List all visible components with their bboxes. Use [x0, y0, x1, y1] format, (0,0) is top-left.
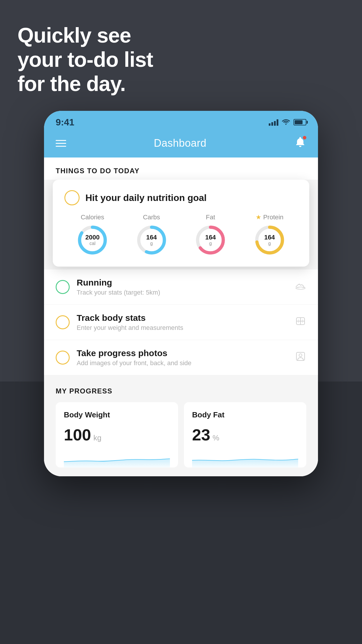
photos-text-group: Take progress photos Add images of your … [77, 348, 295, 367]
svg-point-15 [299, 354, 302, 357]
hero-text: Quickly see your to-do list for the day. [17, 23, 153, 96]
body-weight-card[interactable]: Body Weight 100 kg [56, 402, 178, 468]
fat-value: 164 [205, 234, 216, 241]
body-fat-value: 23 [192, 425, 210, 444]
body-weight-unit: kg [93, 433, 101, 442]
hero-line-2: your to-do list [17, 48, 153, 72]
notification-bell-button[interactable] [294, 136, 306, 151]
body-fat-title: Body Fat [192, 410, 298, 419]
signal-icon [269, 119, 278, 126]
nutrition-card-header: Hit your daily nutrition goal [64, 190, 298, 205]
fat-stat: Fat 164 g [194, 214, 226, 256]
calories-unit: cal [85, 241, 100, 246]
star-icon: ★ [256, 214, 261, 221]
body-weight-title: Body Weight [64, 410, 170, 419]
battery-icon [294, 119, 306, 125]
fat-label: Fat [206, 214, 215, 221]
scale-icon [295, 315, 306, 330]
carbs-label: Carbs [143, 214, 160, 221]
running-check-circle [56, 280, 70, 294]
progress-cards: Body Weight 100 kg [56, 402, 306, 468]
body-fat-card[interactable]: Body Fat 23 % [184, 402, 306, 468]
carbs-stat: Carbs 164 g [136, 214, 168, 256]
nutrition-title: Hit your daily nutrition goal [85, 192, 207, 203]
shoe-icon [295, 280, 306, 294]
nutrition-check-circle [64, 190, 80, 205]
running-subtitle: Track your stats (target: 5km) [77, 289, 295, 296]
body-fat-unit: % [212, 433, 219, 442]
notification-dot [302, 135, 307, 140]
progress-title: MY PROGRESS [56, 387, 306, 395]
calories-stat: Calories 2000 cal [76, 214, 108, 256]
body-stats-check-circle [56, 315, 70, 329]
body-weight-chart [64, 450, 170, 468]
nutrition-card[interactable]: Hit your daily nutrition goal Calories 2… [53, 180, 309, 267]
status-bar: 9:41 [44, 111, 318, 131]
protein-value: 164 [264, 234, 275, 241]
app-header: Dashboard [44, 131, 318, 158]
things-to-do-header: THINGS TO DO TODAY [44, 158, 318, 180]
running-title: Running [77, 278, 295, 288]
body-weight-value-row: 100 kg [64, 425, 170, 444]
todo-item-body-stats[interactable]: Track body stats Enter your weight and m… [44, 305, 318, 340]
status-time: 9:41 [56, 117, 74, 128]
carbs-unit: g [146, 241, 157, 246]
body-stats-subtitle: Enter your weight and measurements [77, 324, 295, 332]
photos-title: Take progress photos [77, 348, 295, 358]
nutrition-stats: Calories 2000 cal Carbs [64, 214, 298, 256]
protein-stat: ★ Protein 164 g [254, 214, 286, 256]
body-weight-value: 100 [64, 425, 91, 444]
protein-unit: g [264, 241, 275, 246]
protein-label: ★ Protein [256, 214, 284, 221]
wifi-icon [282, 118, 290, 127]
fat-unit: g [205, 241, 216, 246]
todo-list: Running Track your stats (target: 5km) T… [44, 270, 318, 375]
body-stats-title: Track body stats [77, 313, 295, 323]
photos-subtitle: Add images of your front, back, and side [77, 359, 295, 367]
body-stats-text-group: Track body stats Enter your weight and m… [77, 313, 295, 332]
person-icon [295, 351, 306, 365]
running-text-group: Running Track your stats (target: 5km) [77, 278, 295, 296]
section-title: THINGS TO DO TODAY [56, 167, 140, 175]
photos-check-circle [56, 351, 70, 365]
hero-line-3: for the day. [17, 72, 153, 96]
hero-line-1: Quickly see [17, 23, 153, 48]
progress-section: MY PROGRESS Body Weight 100 kg [44, 375, 318, 476]
carbs-value: 164 [146, 234, 157, 241]
todo-item-photos[interactable]: Take progress photos Add images of your … [44, 340, 318, 375]
calories-donut: 2000 cal [76, 224, 108, 256]
header-title: Dashboard [154, 137, 207, 149]
app-content: THINGS TO DO TODAY Hit your daily nutrit… [44, 158, 318, 476]
hamburger-menu-button[interactable] [56, 140, 66, 147]
calories-label: Calories [81, 214, 104, 221]
carbs-donut: 164 g [136, 224, 168, 256]
body-fat-chart [192, 450, 298, 468]
protein-donut: 164 g [254, 224, 286, 256]
status-icons [269, 118, 306, 127]
body-fat-value-row: 23 % [192, 425, 298, 444]
fat-donut: 164 g [194, 224, 226, 256]
calories-value: 2000 [85, 234, 100, 241]
phone-mockup: 9:41 Dashboard [44, 111, 318, 476]
todo-item-running[interactable]: Running Track your stats (target: 5km) [44, 270, 318, 305]
